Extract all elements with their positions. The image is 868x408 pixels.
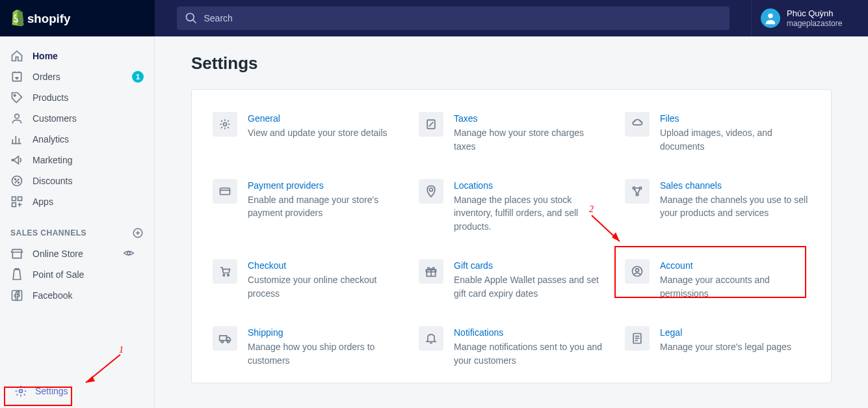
- tile-payment[interactable]: Payment providersEnable and manage your …: [210, 175, 401, 237]
- gear-icon: [14, 385, 27, 398]
- tile-notifications[interactable]: NotificationsManage notifications sent t…: [416, 322, 607, 371]
- svg-point-23: [127, 251, 131, 254]
- svg-point-26: [224, 123, 227, 126]
- settings-card: GeneralView and update your store detail…: [191, 89, 832, 383]
- marketing-icon: [10, 154, 23, 167]
- products-icon: [10, 91, 23, 104]
- svg-point-33: [639, 187, 641, 189]
- svg-point-32: [633, 187, 635, 189]
- nav-products[interactable]: Products: [0, 87, 154, 108]
- svg-rect-17: [12, 203, 16, 207]
- nav-marketing[interactable]: Marketing: [0, 150, 154, 170]
- nav-orders[interactable]: Orders1: [0, 66, 154, 87]
- page-title: Settings: [191, 53, 832, 74]
- facebook-icon: [10, 289, 23, 302]
- svg-text:shopify: shopify: [27, 12, 71, 25]
- main-content: Settings GeneralView and update your sto…: [155, 36, 868, 408]
- tile-gift-cards[interactable]: Gift cardsEnable Apple Wallet passes and…: [416, 255, 607, 304]
- tile-files[interactable]: FilesUpload images, videos, and document…: [622, 108, 813, 157]
- customers-icon: [10, 112, 23, 125]
- taxes-icon: [425, 118, 438, 131]
- channel-pos[interactable]: Point of Sale: [0, 264, 154, 285]
- svg-point-25: [20, 390, 23, 393]
- nav-home[interactable]: Home: [0, 46, 154, 66]
- channels-icon: [631, 185, 644, 198]
- nav-customers[interactable]: Customers: [0, 108, 154, 129]
- user-menu[interactable]: Phúc Quỳnh mageplazastore: [751, 0, 868, 36]
- search-icon: [185, 12, 198, 25]
- svg-rect-29: [220, 188, 230, 195]
- tile-sales-channels[interactable]: Sales channelsManage the channels you us…: [622, 175, 813, 237]
- payment-icon: [218, 185, 231, 198]
- add-channel-icon[interactable]: [132, 227, 144, 239]
- svg-rect-16: [18, 197, 22, 201]
- tile-checkout[interactable]: CheckoutCustomize your online checkout p…: [210, 255, 401, 304]
- shipping-icon: [218, 332, 231, 345]
- sidebar: Home Orders1 Products Customers Analytic…: [0, 36, 155, 408]
- orders-icon: [10, 70, 23, 83]
- gift-icon: [425, 265, 438, 278]
- nav-settings[interactable]: Settings: [4, 378, 150, 404]
- search-placeholder: Search: [204, 13, 233, 23]
- analytics-icon: [10, 133, 23, 146]
- nav-analytics[interactable]: Analytics: [0, 129, 154, 150]
- svg-point-46: [221, 340, 223, 342]
- nav-discounts[interactable]: Discounts: [0, 170, 154, 191]
- svg-point-14: [18, 182, 20, 184]
- svg-point-38: [223, 275, 225, 277]
- files-icon: [631, 118, 644, 131]
- tile-locations[interactable]: LocationsManage the places you stock inv…: [416, 175, 607, 237]
- tile-taxes[interactable]: TaxesManage how your store charges taxes: [416, 108, 607, 157]
- search-input[interactable]: Search: [177, 7, 730, 30]
- nav-apps[interactable]: Apps: [0, 191, 154, 212]
- home-icon: [10, 49, 23, 62]
- tile-shipping[interactable]: ShippingManage how you ship orders to cu…: [210, 322, 401, 371]
- svg-point-44: [636, 269, 639, 272]
- gear-icon: [218, 118, 231, 131]
- pos-icon: [10, 268, 23, 281]
- channel-online-store[interactable]: Online Store: [0, 243, 154, 264]
- view-store-icon[interactable]: [123, 247, 144, 261]
- topbar: shopify Search Phúc Quỳnh mageplazastore: [0, 0, 868, 36]
- channel-facebook[interactable]: Facebook: [0, 285, 154, 306]
- user-name: Phúc Quỳnh: [787, 8, 842, 19]
- store-icon: [10, 247, 23, 260]
- svg-line-2: [192, 20, 196, 23]
- svg-line-28: [429, 122, 434, 127]
- sales-channels-header: SALES CHANNELS: [0, 223, 154, 243]
- tile-general[interactable]: GeneralView and update your store detail…: [210, 108, 401, 157]
- location-icon: [425, 185, 438, 198]
- svg-point-47: [227, 340, 229, 342]
- svg-point-39: [228, 275, 230, 277]
- svg-point-1: [186, 14, 194, 21]
- orders-badge: 1: [132, 71, 144, 83]
- svg-line-37: [638, 189, 640, 194]
- tile-account[interactable]: AccountManage your accounts and permissi…: [622, 255, 813, 304]
- store-name: mageplazastore: [787, 19, 842, 28]
- cart-icon: [218, 265, 231, 278]
- svg-point-6: [15, 114, 20, 118]
- svg-rect-45: [220, 336, 227, 341]
- svg-line-36: [635, 189, 637, 194]
- tile-legal[interactable]: LegalManage your store's legal pages: [622, 322, 813, 371]
- bell-icon: [425, 332, 438, 345]
- svg-point-34: [636, 193, 638, 195]
- svg-point-5: [14, 94, 16, 96]
- svg-point-13: [15, 179, 16, 180]
- svg-point-3: [768, 14, 772, 18]
- svg-point-31: [430, 188, 433, 191]
- discounts-icon: [10, 174, 23, 187]
- apps-icon: [10, 195, 23, 208]
- svg-rect-15: [12, 197, 16, 201]
- avatar: [761, 8, 780, 28]
- legal-icon: [631, 332, 644, 345]
- account-icon: [631, 265, 644, 278]
- logo[interactable]: shopify: [0, 0, 155, 36]
